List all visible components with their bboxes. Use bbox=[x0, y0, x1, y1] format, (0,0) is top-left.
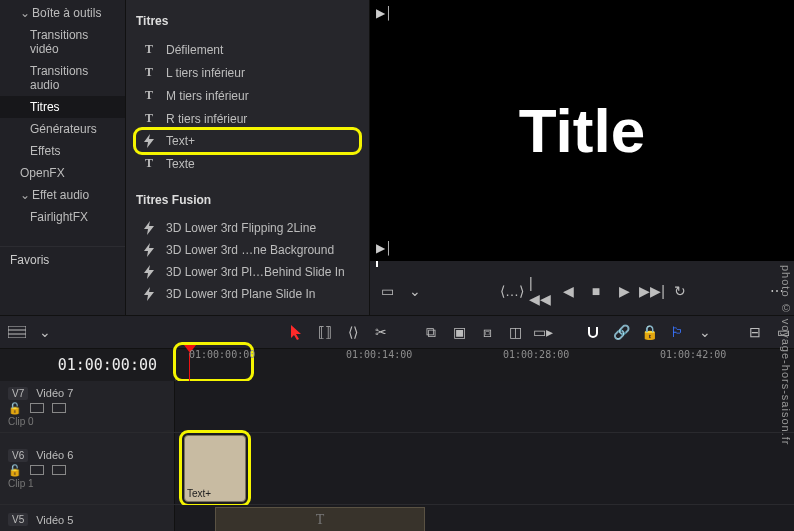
track-header[interactable]: V5Vidéo 5 bbox=[0, 505, 175, 531]
chevron-down-icon[interactable]: ⌄ bbox=[36, 323, 54, 341]
jump-last-icon[interactable]: ▶│ bbox=[376, 241, 393, 255]
track-enable-icon[interactable] bbox=[52, 465, 66, 475]
bolt-icon bbox=[140, 134, 158, 148]
chevron-down-icon: ⌄ bbox=[20, 188, 28, 202]
preset-label: 3D Lower 3rd …ne Background bbox=[166, 243, 334, 257]
auto-select-icon[interactable] bbox=[30, 465, 44, 475]
viewer-pane: ▶│ ▶│ Title ▭ ⌄ ⟨…⟩ |◀◀ ◀ ■ ▶ ▶▶| ↻ ⋯ bbox=[370, 0, 794, 315]
zoom-out-icon[interactable]: ⊟ bbox=[746, 323, 764, 341]
text-icon: T bbox=[316, 512, 325, 528]
prev-edit-icon[interactable]: ⟨…⟩ bbox=[505, 284, 519, 298]
track-body[interactable] bbox=[175, 381, 794, 432]
auto-select-icon[interactable] bbox=[30, 403, 44, 413]
sidebar-item-transitions-video[interactable]: Transitions vidéo bbox=[0, 24, 125, 60]
preset-fusion-2[interactable]: 3D Lower 3rd Pl…Behind Slide In bbox=[136, 261, 359, 283]
lock-icon[interactable]: 🔓 bbox=[8, 402, 22, 415]
track-tag: V5 bbox=[8, 513, 28, 526]
watermark-text: photo © voyage-hors-saison.fr bbox=[780, 265, 792, 445]
sidebar-item-transitions-audio[interactable]: Transitions audio bbox=[0, 60, 125, 96]
go-start-icon[interactable]: |◀◀ bbox=[533, 284, 547, 298]
dynamic-trim-icon[interactable]: ⟨⟩ bbox=[344, 323, 362, 341]
chevron-down-icon: ⌄ bbox=[20, 6, 28, 20]
clip-text-plus[interactable]: Text+ bbox=[184, 435, 246, 502]
svg-rect-0 bbox=[8, 326, 26, 338]
lock-icon[interactable]: 🔒 bbox=[640, 323, 658, 341]
preset-fusion-1[interactable]: 3D Lower 3rd …ne Background bbox=[136, 239, 359, 261]
track-name: Vidéo 5 bbox=[36, 514, 73, 526]
timeline-view-icon[interactable] bbox=[8, 323, 26, 341]
preset-l-tiers[interactable]: TL tiers inférieur bbox=[136, 61, 359, 84]
jump-last-icon[interactable]: ▶│ bbox=[376, 6, 393, 20]
play-icon[interactable]: ▶ bbox=[617, 284, 631, 298]
trim-tool-icon[interactable]: ⟦⟧ bbox=[316, 323, 334, 341]
text-icon: T bbox=[140, 88, 158, 103]
track-header[interactable]: V7Vidéo 7 🔓 Clip 0 bbox=[0, 381, 175, 432]
viewer-canvas[interactable]: ▶│ ▶│ Title bbox=[370, 0, 794, 261]
sidebar-item-effets[interactable]: Effets bbox=[0, 140, 125, 162]
preset-label: R tiers inférieur bbox=[166, 112, 247, 126]
track-tag: V6 bbox=[8, 449, 28, 462]
append-icon[interactable]: ▭▸ bbox=[534, 323, 552, 341]
viewer-transport: ▭ ⌄ ⟨…⟩ |◀◀ ◀ ■ ▶ ▶▶| ↻ ⋯ bbox=[370, 267, 794, 315]
ruler-tick: 01:00:42:00 bbox=[660, 349, 726, 360]
preset-fusion-3[interactable]: 3D Lower 3rd Plane Slide In bbox=[136, 283, 359, 305]
viewer-title-text: Title bbox=[519, 95, 645, 166]
preset-label: 3D Lower 3rd Plane Slide In bbox=[166, 287, 315, 301]
preset-m-tiers[interactable]: TM tiers inférieur bbox=[136, 84, 359, 107]
lock-icon[interactable]: 🔓 bbox=[8, 464, 22, 477]
toolbox-label: Boîte à outils bbox=[32, 6, 101, 20]
preset-label: 3D Lower 3rd Pl…Behind Slide In bbox=[166, 265, 345, 279]
track-name: Vidéo 6 bbox=[36, 449, 73, 461]
overwrite-icon[interactable]: ▣ bbox=[450, 323, 468, 341]
ruler-row: 01:00:00:00 01:00:00:00 01:00:14:00 01:0… bbox=[0, 349, 794, 381]
selection-tool-icon[interactable] bbox=[288, 323, 306, 341]
sidebar-item-generateurs[interactable]: Générateurs bbox=[0, 118, 125, 140]
text-icon: T bbox=[140, 111, 158, 126]
chevron-down-icon[interactable]: ⌄ bbox=[696, 323, 714, 341]
step-back-icon[interactable]: ◀ bbox=[561, 284, 575, 298]
fit-to-fill-icon[interactable]: ◫ bbox=[506, 323, 524, 341]
favorites-header[interactable]: Favoris bbox=[0, 246, 125, 273]
track-header[interactable]: V6Vidéo 6 🔓 Clip 1 bbox=[0, 433, 175, 504]
current-timecode[interactable]: 01:00:00:00 bbox=[58, 356, 157, 374]
presets-titres-header: Titres bbox=[136, 14, 359, 28]
link-icon[interactable]: 🔗 bbox=[612, 323, 630, 341]
flag-icon[interactable]: 🏳 bbox=[668, 323, 686, 341]
crop-icon[interactable]: ▭ bbox=[380, 284, 394, 298]
audio-group-header[interactable]: ⌄ Effet audio bbox=[0, 184, 125, 206]
time-ruler[interactable]: 01:00:00:00 01:00:14:00 01:00:28:00 01:0… bbox=[175, 349, 794, 381]
preset-label: L tiers inférieur bbox=[166, 66, 245, 80]
chevron-down-icon[interactable]: ⌄ bbox=[408, 284, 422, 298]
presets-fusion-header: Titres Fusion bbox=[136, 193, 359, 207]
track-v6: V6Vidéo 6 🔓 Clip 1 Text+ bbox=[0, 433, 794, 505]
video-tracks: V7Vidéo 7 🔓 Clip 0 V6Vidéo 6 🔓 Clip 1 Te… bbox=[0, 381, 794, 531]
replace-icon[interactable]: ⧈ bbox=[478, 323, 496, 341]
track-name: Vidéo 7 bbox=[36, 387, 73, 399]
sidebar-item-openfx[interactable]: OpenFX bbox=[0, 162, 125, 184]
go-end-icon[interactable]: ▶▶| bbox=[645, 284, 659, 298]
in-marker[interactable] bbox=[376, 261, 378, 267]
track-body[interactable]: T bbox=[175, 505, 794, 531]
clip-ghost[interactable]: T bbox=[215, 507, 425, 531]
toolbox-group-header[interactable]: ⌄ Boîte à outils bbox=[0, 2, 125, 24]
bolt-icon bbox=[140, 221, 158, 235]
insert-icon[interactable]: ⧉ bbox=[422, 323, 440, 341]
ruler-tick: 01:00:00:00 bbox=[189, 349, 255, 360]
snap-icon[interactable] bbox=[584, 323, 602, 341]
preset-defilement[interactable]: TDéfilement bbox=[136, 38, 359, 61]
preset-text-plus[interactable]: Text+ bbox=[136, 130, 359, 152]
track-enable-icon[interactable] bbox=[52, 403, 66, 413]
preset-texte[interactable]: TTexte bbox=[136, 152, 359, 175]
text-icon: T bbox=[140, 42, 158, 57]
text-icon: T bbox=[140, 156, 158, 171]
preset-fusion-0[interactable]: 3D Lower 3rd Flipping 2Line bbox=[136, 217, 359, 239]
bolt-icon bbox=[140, 287, 158, 301]
stop-icon[interactable]: ■ bbox=[589, 284, 603, 298]
blade-tool-icon[interactable]: ✂ bbox=[372, 323, 390, 341]
sidebar-item-titres[interactable]: Titres bbox=[0, 96, 125, 118]
clip-count: Clip 1 bbox=[8, 478, 166, 489]
track-body[interactable]: Text+ bbox=[175, 433, 794, 504]
preset-r-tiers[interactable]: TR tiers inférieur bbox=[136, 107, 359, 130]
sidebar-item-fairlightfx[interactable]: FairlightFX bbox=[0, 206, 125, 228]
loop-icon[interactable]: ↻ bbox=[673, 284, 687, 298]
